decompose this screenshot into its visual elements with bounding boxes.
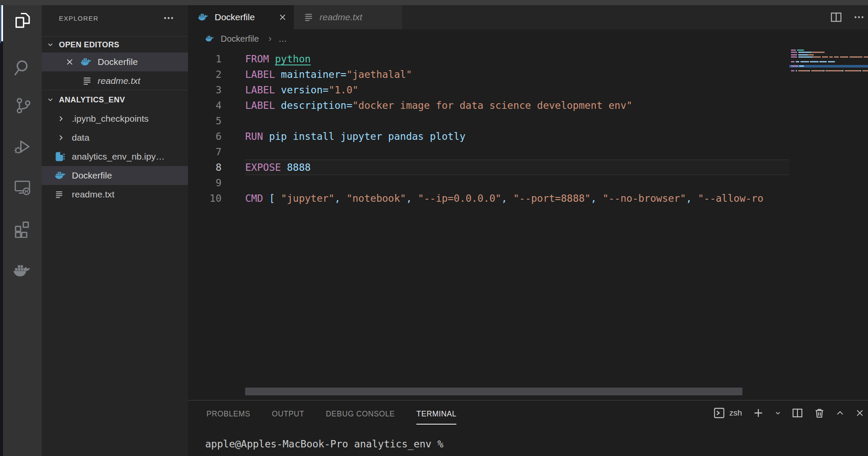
split-terminal-button[interactable] [792, 407, 803, 419]
panel-tab-problems[interactable]: PROBLEMS [206, 401, 250, 425]
code-text: LABEL version="1.0" [245, 82, 358, 98]
explorer-more-actions-button[interactable] [163, 12, 174, 24]
terminal-prompt[interactable]: apple@Apples-MacBook-Pro analytics_env % [205, 438, 443, 450]
close-panel-button[interactable] [855, 408, 865, 418]
code-line-8[interactable]: 8EXPOSE 8888 [188, 160, 789, 175]
workspace-label: ANALYTICS_ENV [59, 96, 125, 105]
tab-dockerfile[interactable]: Dockerfile [188, 5, 294, 29]
files-icon [13, 11, 32, 30]
code-line-6[interactable]: 6RUN pip install jupyter pandas plotly [188, 129, 789, 144]
code-text: LABEL description="docker image for data… [245, 98, 632, 113]
minimap[interactable] [789, 48, 868, 400]
code-token: "--no-browser" [603, 193, 686, 204]
panel-tabs: PROBLEMSOUTPUTDEBUG CONSOLETERMINAL [206, 401, 456, 425]
code-token: , [591, 193, 603, 204]
minimap-bar [828, 61, 835, 62]
split-editor-icon[interactable] [830, 11, 842, 23]
breadcrumb[interactable]: Dockerfile › … [188, 29, 868, 48]
minimap-bar [791, 49, 796, 51]
breadcrumb-file[interactable]: Dockerfile [221, 34, 259, 44]
activity-run-and-debug[interactable] [13, 137, 32, 156]
code-line-5[interactable]: 5 [188, 113, 789, 129]
launch-profile-button[interactable]: zsh [713, 407, 742, 419]
breadcrumb-more[interactable]: … [278, 34, 288, 44]
close-tab-icon[interactable] [278, 13, 287, 22]
plus-icon [753, 407, 764, 419]
code-line-4[interactable]: 4LABEL description="docker image for dat… [188, 98, 789, 113]
vscode-window: EXPLORER OPEN EDITORS Dockerfilereadme.t… [0, 0, 868, 456]
code-token: "jaethalal" [346, 69, 412, 80]
activity-remote-explorer[interactable] [13, 178, 32, 197]
close-editor-icon[interactable] [65, 58, 74, 66]
panel-actions: zsh [702, 401, 865, 425]
current-line-highlight [245, 160, 789, 175]
tab-bar: Dockerfilereadme.txt [188, 5, 868, 29]
minimap-bar [791, 65, 798, 67]
open-editors-header[interactable]: OPEN EDITORS [42, 37, 188, 52]
kill-terminal-button[interactable] [814, 407, 825, 419]
panel-tab-terminal[interactable]: TERMINAL [416, 401, 456, 425]
more-icon [163, 12, 174, 24]
source-control-icon [13, 96, 32, 115]
text-file-icon [304, 12, 314, 22]
new-terminal-button[interactable] [753, 407, 764, 419]
panel-tab-output[interactable]: OUTPUT [272, 401, 305, 425]
tree-item-label: readme.txt [72, 189, 114, 200]
open-editor-label: readme.txt [98, 76, 140, 86]
code-line-3[interactable]: 3LABEL version="1.0" [188, 82, 789, 98]
explorer-sidebar: EXPLORER OPEN EDITORS Dockerfilereadme.t… [42, 5, 188, 456]
docker-whale-icon [13, 262, 32, 280]
code-line-9[interactable]: 9 [188, 175, 789, 191]
more-actions-icon[interactable] [853, 12, 865, 23]
minimap-bar [791, 54, 797, 55]
minimap-bar [797, 49, 804, 51]
split-editor-icon [792, 407, 803, 419]
activity-extensions[interactable] [13, 219, 32, 238]
code-line-1[interactable]: 1FROM python [188, 51, 789, 67]
open-editor-readme-txt[interactable]: readme.txt [42, 71, 188, 90]
line-number: 9 [188, 175, 222, 191]
tree-item-dockerfile[interactable]: Dockerfile [42, 166, 188, 185]
minimap-line [791, 70, 868, 72]
minimap-bar [864, 56, 868, 58]
maximize-panel-button[interactable] [836, 409, 844, 417]
code-line-10[interactable]: 10CMD [ "jupyter", "notebook", "--ip=0.0… [188, 191, 789, 206]
minimap-bar [825, 70, 842, 71]
panel-tab-debug-console[interactable]: DEBUG CONSOLE [326, 401, 395, 425]
tree-item-ipynb-checkpoints[interactable]: .ipynb_checkpoints [42, 109, 188, 128]
tree-item-data[interactable]: data [42, 128, 188, 147]
code-text: FROM python [245, 51, 311, 67]
docker-whale-icon [55, 169, 67, 182]
open-editor-dockerfile[interactable]: Dockerfile [42, 52, 188, 71]
activity-bar [3, 5, 42, 456]
docker-whale-icon [205, 34, 215, 43]
code-line-7[interactable]: 7 [188, 144, 789, 160]
activity-explorer[interactable] [13, 11, 32, 30]
horizontal-scrollbar-thumb[interactable] [245, 388, 742, 395]
minimap-bar [813, 56, 821, 58]
tree-item-analytics-env-nb-ipy[interactable]: analytics_env_nb.ipy… [42, 147, 188, 166]
horizontal-scrollbar[interactable] [188, 388, 789, 395]
minimap-bar [791, 56, 797, 58]
activity-docker[interactable] [13, 262, 32, 280]
terminal-box-icon [713, 407, 725, 419]
open-editor-label: Dockerfile [98, 57, 138, 67]
minimap-bar [791, 61, 794, 62]
terminal-profile-dropdown-button[interactable] [775, 410, 781, 416]
minimap-bar [791, 70, 794, 71]
line-number: 10 [188, 191, 222, 206]
code-token: pip install jupyter pandas plotly [263, 131, 466, 142]
tab-label: Dockerfile [215, 12, 255, 22]
tab-readme-txt[interactable]: readme.txt [294, 5, 402, 29]
active-view-indicator [1, 5, 3, 41]
code-line-2[interactable]: 2LABEL maintainer="jaethalal" [188, 67, 789, 82]
minimap-bar [829, 56, 833, 58]
minimap-bar [800, 61, 809, 62]
activity-search[interactable] [13, 59, 32, 77]
code-text: EXPOSE 8888 [245, 160, 311, 175]
code-token: , [686, 193, 698, 204]
activity-source-control[interactable] [13, 96, 32, 115]
minimap-bar [791, 52, 797, 53]
workspace-header[interactable]: ANALYTICS_ENV [42, 90, 188, 109]
tree-item-readme-txt[interactable]: readme.txt [42, 185, 188, 204]
